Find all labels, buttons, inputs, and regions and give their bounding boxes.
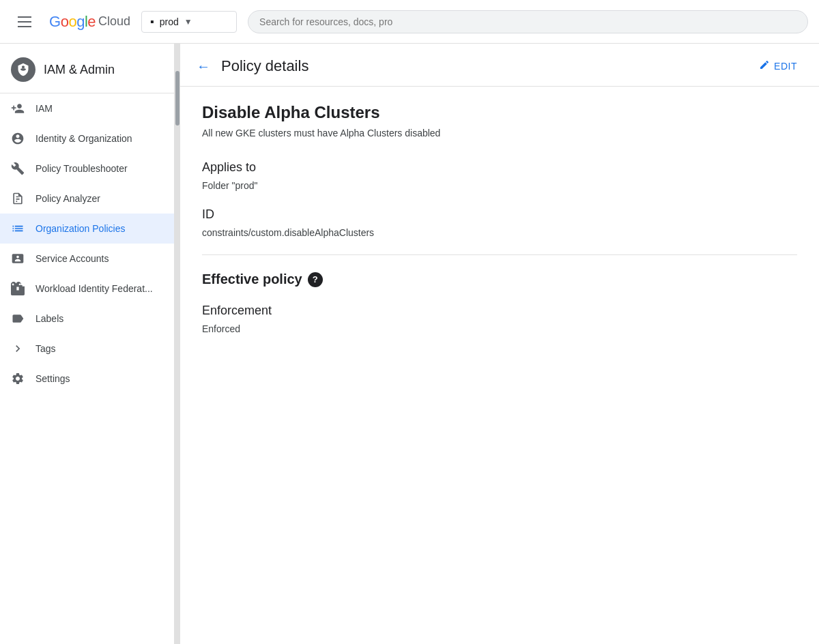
enforcement-label: Enforcement: [202, 304, 797, 318]
sidebar-label-policy-analyzer: Policy Analyzer: [35, 193, 100, 204]
policy-description: All new GKE clusters must have Alpha Clu…: [202, 128, 797, 138]
project-selector[interactable]: ▪ prod ▼: [141, 11, 237, 33]
cloud-wordmark: Cloud: [98, 14, 130, 29]
google-wordmark: Google: [49, 13, 96, 31]
applies-to-value: Folder "prod": [202, 180, 797, 191]
sidebar-item-tags[interactable]: Tags: [0, 334, 174, 364]
sidebar-label-org-policies: Organization Policies: [35, 223, 126, 234]
iam-admin-icon: [11, 57, 35, 82]
chevron-down-icon: ▼: [184, 17, 192, 27]
id-label: ID: [202, 207, 797, 222]
sidebar-label-policy-troubleshooter: Policy Troubleshooter: [35, 163, 128, 174]
workload-icon: [11, 282, 25, 295]
applies-to-label: Applies to: [202, 160, 797, 175]
sidebar-item-policy-troubleshooter[interactable]: Policy Troubleshooter: [0, 153, 174, 184]
label-icon: [11, 312, 25, 325]
hamburger-line-3: [18, 26, 31, 27]
shield-person-icon: [16, 63, 30, 76]
hamburger-button[interactable]: [11, 8, 38, 35]
edit-label: EDIT: [774, 61, 797, 72]
service-account-icon: [11, 252, 25, 265]
sidebar: IAM & Admin IAM Identity & Organization: [0, 44, 175, 644]
project-name: prod: [160, 16, 179, 27]
sidebar-item-identity-org[interactable]: Identity & Organization: [0, 123, 174, 153]
enforcement-value: Enforced: [202, 323, 797, 334]
hamburger-line-1: [18, 16, 31, 18]
wrench-icon: [11, 162, 25, 175]
sidebar-label-labels: Labels: [35, 313, 63, 324]
content-header: ← Policy details EDIT: [180, 44, 819, 87]
content-body: Disable Alpha Clusters All new GKE clust…: [180, 87, 819, 351]
sidebar-label-service-accounts: Service Accounts: [35, 253, 109, 264]
sidebar-label-workload-identity: Workload Identity Federat...: [35, 283, 153, 294]
sidebar-item-settings[interactable]: Settings: [0, 364, 174, 394]
sidebar-label-settings: Settings: [35, 373, 70, 384]
sidebar-label-identity-org: Identity & Organization: [35, 133, 132, 144]
sidebar-item-org-policies[interactable]: Organization Policies: [0, 214, 174, 244]
sidebar-label-tags: Tags: [35, 343, 56, 354]
sidebar-item-policy-analyzer[interactable]: Policy Analyzer: [0, 184, 174, 214]
sidebar-item-workload-identity[interactable]: Workload Identity Federat...: [0, 274, 174, 304]
top-nav: Google Cloud ▪ prod ▼: [0, 0, 819, 44]
scrollbar-thumb: [175, 71, 179, 126]
back-button[interactable]: ←: [197, 59, 210, 74]
person-add-icon: [11, 102, 25, 115]
chevron-right-icon: [11, 342, 25, 355]
sidebar-header: IAM & Admin: [0, 44, 174, 93]
main-layout: IAM & Admin IAM Identity & Organization: [0, 44, 819, 644]
content-area: ← Policy details EDIT Disable Alpha Clus…: [180, 44, 819, 644]
page-title: Policy details: [221, 57, 748, 75]
hamburger-line-2: [18, 21, 31, 23]
id-value: constraints/custom.disableAlphaClusters: [202, 227, 797, 238]
google-cloud-logo: Google Cloud: [49, 13, 130, 31]
doc-search-icon: [11, 192, 25, 205]
gear-icon: [11, 372, 25, 385]
help-icon[interactable]: ?: [308, 272, 323, 287]
sidebar-scrollbar[interactable]: [175, 44, 180, 644]
sidebar-title: IAM & Admin: [44, 63, 115, 77]
folder-icon: ▪: [150, 16, 154, 28]
section-divider: [202, 254, 797, 255]
effective-policy-label: Effective policy: [202, 272, 302, 287]
sidebar-item-labels[interactable]: Labels: [0, 304, 174, 334]
sidebar-item-service-accounts[interactable]: Service Accounts: [0, 244, 174, 274]
effective-policy-heading: Effective policy ?: [202, 272, 797, 287]
question-mark: ?: [313, 274, 318, 284]
pencil-icon: [759, 59, 770, 73]
person-circle-icon: [11, 132, 25, 145]
sidebar-label-iam: IAM: [35, 103, 53, 114]
edit-button[interactable]: EDIT: [759, 59, 797, 73]
policy-title: Disable Alpha Clusters: [202, 103, 797, 122]
search-input[interactable]: [248, 10, 808, 33]
sidebar-item-iam[interactable]: IAM: [0, 93, 174, 123]
list-icon: [11, 222, 25, 235]
